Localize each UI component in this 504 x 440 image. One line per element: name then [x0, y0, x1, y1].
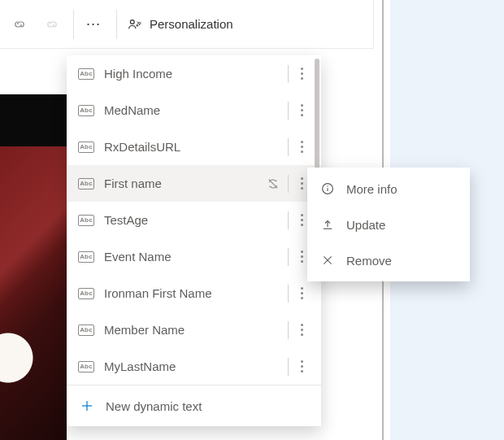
token-label: First name [104, 176, 267, 190]
menu-update[interactable]: Update [307, 207, 470, 242]
row-more-icon[interactable] [293, 68, 310, 80]
context-menu: More info Update Remove [307, 168, 470, 281]
token-label: MedName [104, 103, 283, 117]
menu-more-info[interactable]: More info [307, 171, 470, 207]
row-more-icon[interactable] [293, 104, 310, 116]
upload-icon [319, 216, 337, 233]
token-label: RxDetailsURL [104, 140, 283, 154]
personalization-button[interactable]: Personalization [119, 0, 241, 49]
token-row[interactable]: Abc High Income [67, 55, 321, 92]
row-divider [288, 138, 289, 156]
token-label: High Income [104, 67, 283, 81]
toolbar-divider [73, 10, 74, 39]
token-row[interactable]: Abc Ironman First Name [67, 275, 321, 311]
more-actions-icon[interactable]: ··· [76, 0, 111, 49]
app-canvas: ··· Personalization Abc High Income Abc … [0, 0, 504, 440]
menu-label: Update [346, 218, 385, 232]
token-row[interactable]: Abc RxDetailsURL [67, 129, 321, 165]
row-divider [288, 102, 289, 120]
row-divider [288, 248, 289, 266]
token-label: Ironman First Name [104, 286, 283, 300]
text-type-icon: Abc [78, 68, 94, 80]
image-photo [0, 146, 67, 440]
row-divider [288, 211, 289, 229]
row-divider [288, 321, 289, 339]
row-more-icon[interactable] [293, 324, 310, 336]
row-divider [288, 358, 289, 376]
text-type-icon: Abc [78, 105, 94, 116]
text-type-icon: Abc [78, 215, 94, 226]
text-type-icon: Abc [78, 251, 94, 263]
menu-remove[interactable]: Remove [307, 242, 470, 278]
token-label: TestAge [104, 213, 283, 227]
row-more-icon[interactable] [293, 287, 310, 299]
row-divider [288, 285, 289, 303]
personalization-label: Personalization [150, 17, 233, 31]
remove-icon [319, 251, 337, 269]
token-list: Abc High Income Abc MedName Abc RxDetail… [67, 55, 321, 385]
token-label: Member Name [104, 323, 283, 337]
nosync-icon [267, 177, 280, 190]
personalization-panel: Abc High Income Abc MedName Abc RxDetail… [67, 55, 321, 426]
token-row[interactable]: Abc TestAge [67, 202, 321, 238]
text-type-icon: Abc [78, 325, 94, 336]
row-more-icon[interactable] [293, 141, 310, 153]
image-black-band [0, 94, 67, 146]
token-row[interactable]: Abc MedName [67, 92, 321, 129]
menu-label: More info [346, 182, 398, 196]
new-dynamic-text-button[interactable]: New dynamic text [67, 386, 321, 426]
menu-label: Remove [346, 254, 392, 268]
token-label: Event Name [104, 250, 283, 264]
unlink-icon [36, 0, 68, 49]
row-divider [288, 175, 289, 193]
new-dynamic-text-label: New dynamic text [106, 399, 202, 413]
info-icon [319, 180, 337, 198]
toolbar-divider [116, 10, 117, 39]
svg-point-6 [327, 185, 328, 186]
link-icon[interactable] [3, 0, 36, 49]
row-more-icon[interactable] [293, 360, 310, 372]
text-type-icon: Abc [78, 361, 94, 372]
token-row[interactable]: Abc Event Name [67, 238, 321, 275]
text-type-icon: Abc [78, 288, 94, 299]
top-toolbar: ··· Personalization [0, 0, 374, 49]
plus-icon [78, 397, 96, 415]
row-divider [288, 65, 289, 83]
token-label: MyLastName [104, 359, 283, 373]
canvas-image-placeholder [0, 49, 67, 440]
text-type-icon: Abc [78, 142, 94, 153]
token-row[interactable]: Abc Member Name [67, 311, 321, 348]
token-row[interactable]: Abc MyLastName [67, 348, 321, 385]
svg-point-0 [130, 20, 134, 24]
text-type-icon: Abc [78, 178, 94, 190]
token-row-selected[interactable]: Abc First name [67, 165, 321, 202]
